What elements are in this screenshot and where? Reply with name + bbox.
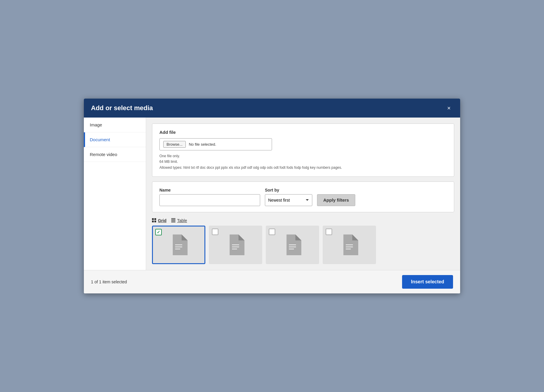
selection-info: 1 of 1 item selected <box>91 279 127 284</box>
media-item[interactable]: ✓ <box>152 226 205 264</box>
file-input-wrapper: Browse... No file selected. <box>159 138 272 150</box>
sort-filter-group: Sort by Newest first Oldest first Name A… <box>265 188 312 206</box>
close-button[interactable]: × <box>445 104 453 112</box>
table-view-label: Table <box>177 218 187 223</box>
media-checkbox-4[interactable] <box>326 229 332 235</box>
document-icon-4 <box>340 234 358 255</box>
apply-filters-button[interactable]: Apply filters <box>317 194 355 206</box>
svg-rect-4 <box>171 218 175 219</box>
view-toggle: Grid Table <box>152 218 454 223</box>
no-file-label: No file selected. <box>189 142 216 147</box>
media-grid: ✓ <box>152 226 454 264</box>
filter-row: Name Sort by Newest first Oldest first N… <box>159 188 447 206</box>
sort-select[interactable]: Newest first Oldest first Name A-Z Name … <box>265 194 312 206</box>
svg-rect-2 <box>152 221 154 222</box>
sidebar-item-document[interactable]: Document <box>84 132 146 147</box>
constraint-size-limit: 64 MB limit. <box>159 159 447 165</box>
media-section: Grid Table <box>152 217 454 264</box>
media-item[interactable] <box>266 226 319 264</box>
media-checkbox-3[interactable] <box>269 229 275 235</box>
dialog: Add or select media × Image Document Rem… <box>84 99 460 293</box>
grid-view-button[interactable]: Grid <box>152 218 167 223</box>
sidebar-item-remote-video[interactable]: Remote video <box>84 147 146 162</box>
name-filter-group: Name <box>159 188 260 206</box>
modal-body: Image Document Remote video Add file Bro… <box>84 118 460 270</box>
add-file-panel: Add file Browse... No file selected. One… <box>152 123 454 177</box>
filter-panel: Name Sort by Newest first Oldest first N… <box>152 181 454 212</box>
grid-icon <box>152 218 156 223</box>
name-filter-label: Name <box>159 188 260 192</box>
file-constraints: One file only. 64 MB limit. Allowed type… <box>159 153 447 171</box>
table-icon <box>171 218 175 223</box>
svg-rect-7 <box>171 222 175 222</box>
constraint-allowed-types: Allowed types: html txt rtf doc docx ppt… <box>159 165 447 171</box>
media-item[interactable] <box>323 226 376 264</box>
sort-filter-label: Sort by <box>265 188 312 192</box>
name-input[interactable] <box>159 194 260 206</box>
svg-rect-6 <box>171 221 175 221</box>
modal-title: Add or select media <box>91 104 153 112</box>
constraint-one-file: One file only. <box>159 153 447 159</box>
document-icon-2 <box>227 234 244 255</box>
document-icon-3 <box>284 234 301 255</box>
insert-selected-button[interactable]: Insert selected <box>402 275 453 289</box>
sidebar-item-image[interactable]: Image <box>84 118 146 132</box>
modal-overlay: Add or select media × Image Document Rem… <box>0 0 544 392</box>
svg-rect-5 <box>171 219 175 220</box>
table-view-button[interactable]: Table <box>171 218 187 223</box>
media-checkbox-2[interactable] <box>212 229 218 235</box>
browse-button[interactable]: Browse... <box>163 141 186 148</box>
add-file-title: Add file <box>159 130 447 135</box>
media-checkbox-1[interactable]: ✓ <box>155 229 162 235</box>
grid-view-label: Grid <box>158 218 167 223</box>
modal-footer: 1 of 1 item selected Insert selected <box>84 270 460 293</box>
sort-select-wrapper: Newest first Oldest first Name A-Z Name … <box>265 194 312 206</box>
svg-rect-0 <box>152 218 154 220</box>
modal-header: Add or select media × <box>84 99 460 118</box>
document-icon-1 <box>170 234 188 255</box>
main-content: Add file Browse... No file selected. One… <box>146 118 460 270</box>
svg-rect-1 <box>154 218 156 220</box>
checkmark-icon: ✓ <box>157 230 160 234</box>
sidebar: Image Document Remote video <box>84 118 146 270</box>
svg-rect-3 <box>154 221 156 222</box>
media-item[interactable] <box>209 226 262 264</box>
